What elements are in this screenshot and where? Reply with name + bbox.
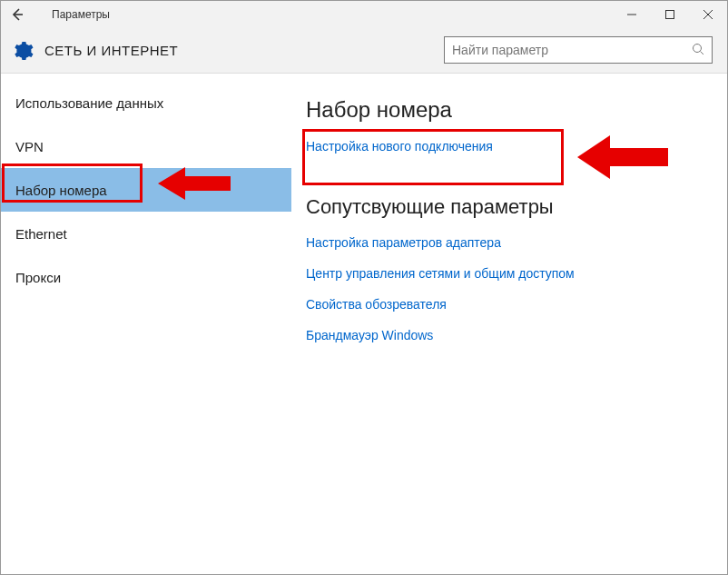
- sidebar-item-vpn[interactable]: VPN: [1, 124, 291, 168]
- sidebar-item-label: Ethernet: [15, 226, 67, 242]
- maximize-button[interactable]: [651, 1, 689, 28]
- content-pane: Набор номера Настройка нового подключени…: [291, 74, 727, 574]
- sidebar-item-dialup[interactable]: Набор номера: [1, 168, 291, 212]
- minimize-icon: [627, 10, 636, 19]
- sidebar-item-ethernet[interactable]: Ethernet: [1, 212, 291, 255]
- svg-point-5: [694, 44, 702, 52]
- titlebar: Параметры: [1, 1, 727, 28]
- svg-rect-2: [666, 11, 674, 19]
- page-title: СЕТЬ И ИНТЕРНЕТ: [44, 43, 178, 58]
- window-title: Параметры: [52, 8, 110, 21]
- link-browser-properties[interactable]: Свойства обозревателя: [306, 297, 713, 312]
- search-input[interactable]: Найти параметр: [444, 36, 713, 64]
- search-placeholder: Найти параметр: [452, 43, 692, 57]
- related-heading: Сопутсвующие параметры: [306, 195, 713, 219]
- gear-icon: [12, 40, 34, 62]
- link-adapter-settings[interactable]: Настройка параметров адаптера: [306, 235, 713, 250]
- minimize-button[interactable]: [613, 1, 651, 28]
- sidebar-item-label: Использование данных: [15, 95, 163, 111]
- settings-window: Параметры СЕТЬ И ИНТЕРНЕТ Найти параметр…: [0, 0, 728, 575]
- content-heading: Набор номера: [306, 97, 713, 123]
- link-new-connection[interactable]: Настройка нового подключения: [306, 139, 713, 154]
- svg-line-6: [701, 51, 704, 55]
- sidebar: Использование данных VPN Набор номера Et…: [1, 74, 291, 574]
- window-controls: [613, 1, 727, 28]
- header: СЕТЬ И ИНТЕРНЕТ Найти параметр: [1, 28, 727, 74]
- arrow-left-icon: [10, 7, 25, 22]
- sidebar-item-proxy[interactable]: Прокси: [1, 255, 291, 299]
- sidebar-item-label: VPN: [15, 139, 44, 154]
- maximize-icon: [665, 10, 674, 19]
- link-network-center[interactable]: Центр управления сетями и общим доступом: [306, 266, 713, 281]
- body: Использование данных VPN Набор номера Et…: [1, 74, 727, 574]
- related-section: Сопутсвующие параметры Настройка парамет…: [306, 195, 713, 359]
- sidebar-item-label: Набор номера: [15, 183, 107, 198]
- close-button[interactable]: [689, 1, 727, 28]
- close-icon: [703, 10, 713, 19]
- back-button[interactable]: [1, 1, 34, 28]
- link-firewall[interactable]: Брандмауэр Windows: [306, 328, 713, 342]
- sidebar-item-label: Прокси: [15, 270, 61, 285]
- search-icon: [692, 43, 704, 58]
- sidebar-item-data-usage[interactable]: Использование данных: [1, 81, 291, 124]
